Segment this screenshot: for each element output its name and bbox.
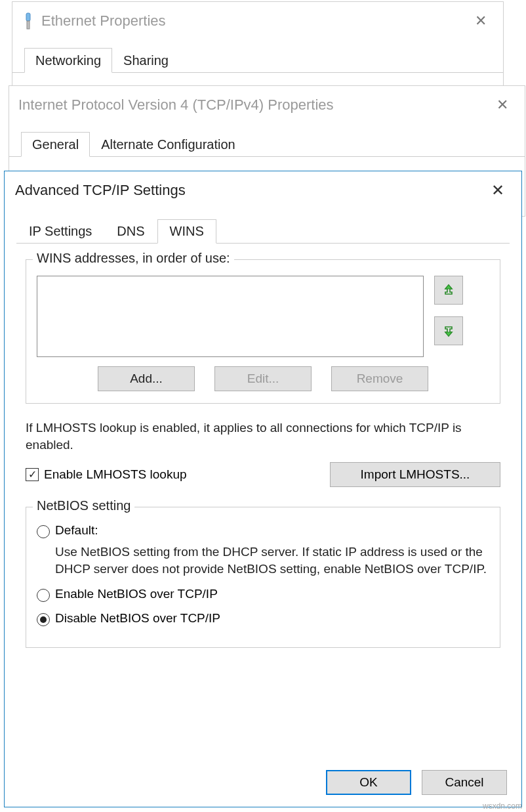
- close-icon[interactable]: ✕: [489, 96, 516, 114]
- tab-alternate-configuration[interactable]: Alternate Configuration: [90, 132, 247, 157]
- tab-general[interactable]: General: [21, 132, 90, 157]
- edit-button[interactable]: Edit...: [214, 366, 312, 391]
- svg-rect-1: [27, 21, 30, 29]
- ethernet-icon: [22, 11, 35, 31]
- watermark: wsxdn.com: [483, 801, 522, 811]
- advanced-titlebar: Advanced TCP/IP Settings ✕: [5, 171, 521, 209]
- radio-disable-netbios[interactable]: Disable NetBIOS over TCP/IP: [37, 611, 489, 626]
- arrow-up-icon: [443, 284, 455, 297]
- netbios-legend: NetBIOS setting: [33, 498, 134, 513]
- ethernet-titlebar: Ethernet Properties ✕: [12, 2, 503, 40]
- ethernet-title: Ethernet Properties: [41, 12, 166, 30]
- svg-rect-0: [26, 13, 30, 21]
- tab-dns[interactable]: DNS: [104, 219, 157, 244]
- enable-lmhosts-checkbox[interactable]: ✓: [26, 468, 39, 481]
- radio-icon: [37, 589, 50, 602]
- arrow-down-icon: [443, 324, 455, 337]
- close-icon[interactable]: ✕: [485, 181, 511, 200]
- close-icon[interactable]: ✕: [468, 12, 494, 30]
- cancel-button[interactable]: Cancel: [422, 770, 507, 795]
- lmhosts-info-text: If LMHOSTS lookup is enabled, it applies…: [26, 419, 500, 453]
- move-down-button[interactable]: [434, 316, 463, 345]
- advanced-title: Advanced TCP/IP Settings: [15, 182, 186, 199]
- ipv4-tabstrip: General Alternate Configuration: [9, 124, 525, 157]
- remove-button[interactable]: Remove: [331, 366, 428, 391]
- wins-address-list[interactable]: [37, 276, 424, 357]
- enable-lmhosts-label[interactable]: Enable LMHOSTS lookup: [44, 467, 187, 482]
- advanced-tabstrip: IP Settings DNS WINS: [16, 215, 510, 244]
- netbios-groupbox: NetBIOS setting Default: Use NetBIOS set…: [26, 507, 500, 647]
- ok-button[interactable]: OK: [326, 770, 411, 795]
- wins-addresses-groupbox: WINS addresses, in order of use:: [26, 259, 500, 404]
- ipv4-title: Internet Protocol Version 4 (TCP/IPv4) P…: [18, 96, 334, 114]
- move-up-button[interactable]: [434, 276, 463, 305]
- tab-sharing[interactable]: Sharing: [112, 48, 180, 73]
- wins-addresses-legend: WINS addresses, in order of use:: [33, 251, 234, 266]
- radio-icon: [37, 613, 50, 626]
- ethernet-tabstrip: Networking Sharing: [12, 40, 503, 73]
- radio-default-description: Use NetBIOS setting from the DHCP server…: [55, 544, 489, 577]
- tab-wins[interactable]: WINS: [157, 219, 216, 244]
- advanced-tcpip-window: Advanced TCP/IP Settings ✕ IP Settings D…: [4, 171, 522, 807]
- check-icon: ✓: [28, 469, 37, 480]
- ipv4-titlebar: Internet Protocol Version 4 (TCP/IPv4) P…: [9, 86, 525, 124]
- radio-default[interactable]: Default:: [37, 523, 489, 538]
- add-button[interactable]: Add...: [98, 366, 195, 391]
- import-lmhosts-button[interactable]: Import LMHOSTS...: [330, 462, 500, 487]
- radio-icon: [37, 525, 50, 538]
- tab-networking[interactable]: Networking: [24, 48, 112, 73]
- radio-enable-label: Enable NetBIOS over TCP/IP: [55, 587, 218, 601]
- radio-default-label: Default:: [55, 523, 98, 538]
- tab-ip-settings[interactable]: IP Settings: [16, 219, 104, 244]
- radio-disable-label: Disable NetBIOS over TCP/IP: [55, 611, 220, 626]
- radio-enable-netbios[interactable]: Enable NetBIOS over TCP/IP: [37, 587, 489, 602]
